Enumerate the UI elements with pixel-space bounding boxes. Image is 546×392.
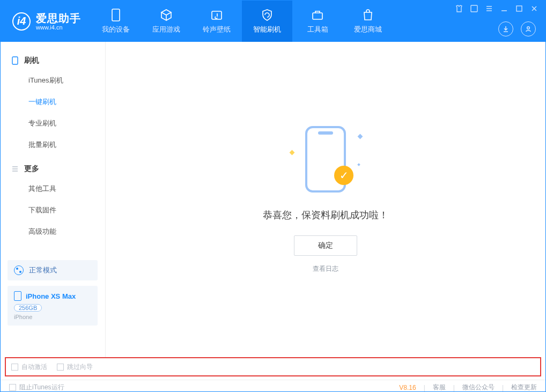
svg-point-5 <box>527 27 530 29</box>
tab-label: 应用游戏 <box>152 25 180 34</box>
sidebar-item-oneclick-flash[interactable]: 一键刷机 <box>1 91 105 113</box>
sidebar-item-other-tools[interactable]: 其他工具 <box>1 178 105 199</box>
shield-refresh-icon <box>261 9 274 21</box>
tab-label: 铃声壁纸 <box>203 25 231 34</box>
device-icon <box>109 9 122 21</box>
footer-link-support[interactable]: 客服 <box>433 383 446 392</box>
checkbox-label: 阻止iTunes运行 <box>19 383 64 392</box>
sidebar-section-flash: 刷机 <box>1 51 105 70</box>
svg-rect-6 <box>12 57 18 64</box>
tab-label: 爱思商城 <box>354 25 382 34</box>
checkbox-label: 跳过向导 <box>67 363 93 372</box>
tab-label: 工具箱 <box>307 25 328 34</box>
device-type: iPhone <box>14 314 91 320</box>
toolbox-icon <box>311 9 324 21</box>
minimize-icon[interactable] <box>499 4 509 13</box>
tab-apps-games[interactable]: 应用游戏 <box>141 1 191 42</box>
phone-icon <box>11 57 19 64</box>
options-highlight-box: 自动激活 跳过向导 <box>5 357 541 376</box>
user-icon[interactable] <box>521 21 536 36</box>
sidebar-item-pro-flash[interactable]: 专业刷机 <box>1 113 105 134</box>
tab-ringtones[interactable]: 铃声壁纸 <box>191 1 242 42</box>
svg-rect-2 <box>313 13 322 19</box>
section-title: 刷机 <box>24 56 39 65</box>
checkbox-icon <box>57 364 64 371</box>
close-icon[interactable] <box>529 4 539 13</box>
maximize-icon[interactable] <box>514 4 524 13</box>
logo-area: i4 爱思助手 www.i4.cn <box>1 12 91 31</box>
svg-rect-0 <box>112 9 120 21</box>
device-name: iPhone XS Max <box>26 292 76 300</box>
success-message: 恭喜您，保资料刷机成功啦！ <box>263 209 388 221</box>
sidebar-item-itunes-flash[interactable]: iTunes刷机 <box>1 70 105 91</box>
download-icon[interactable] <box>498 21 513 36</box>
block-itunes-checkbox[interactable]: 阻止iTunes运行 <box>9 383 64 392</box>
check-badge-icon: ✓ <box>334 166 353 185</box>
checkbox-label: 自动激活 <box>21 363 47 372</box>
menu-icon[interactable] <box>484 4 494 13</box>
nav-tabs: 我的设备 应用游戏 铃声壁纸 智能刷机 工具箱 爱思商城 <box>91 1 393 42</box>
bag-icon <box>361 9 374 21</box>
mode-icon <box>14 265 24 275</box>
settings-icon[interactable] <box>469 4 479 13</box>
footer-bar: 阻止iTunes运行 V8.16 | 客服 | 微信公众号 | 检查更新 <box>1 380 545 392</box>
view-log-link[interactable]: 查看日志 <box>313 264 338 273</box>
cube-icon <box>160 9 173 21</box>
device-mode-label: 正常模式 <box>29 265 57 275</box>
tab-smart-flash[interactable]: 智能刷机 <box>242 1 292 42</box>
sidebar: 刷机 iTunes刷机 一键刷机 专业刷机 批量刷机 更多 其他工具 下载固件 … <box>1 42 106 357</box>
tab-toolbox[interactable]: 工具箱 <box>292 1 343 42</box>
main-content: ✓ 恭喜您，保资料刷机成功啦！ 确定 查看日志 <box>106 42 545 357</box>
app-url: www.i4.cn <box>36 24 81 31</box>
device-mode-box[interactable]: 正常模式 <box>8 260 98 280</box>
skip-guide-checkbox[interactable]: 跳过向导 <box>57 363 93 372</box>
music-folder-icon <box>210 9 223 21</box>
header-right-actions <box>498 21 536 36</box>
sidebar-item-advanced[interactable]: 高级功能 <box>1 221 105 242</box>
tab-label: 我的设备 <box>102 25 130 34</box>
app-name: 爱思助手 <box>36 12 81 24</box>
section-title: 更多 <box>24 164 39 174</box>
tab-store[interactable]: 爱思商城 <box>343 1 393 42</box>
sidebar-item-batch-flash[interactable]: 批量刷机 <box>1 134 105 156</box>
svg-rect-3 <box>471 5 477 12</box>
app-logo-icon: i4 <box>12 12 31 31</box>
device-info-box[interactable]: iPhone XS Max 256GB iPhone <box>8 286 98 326</box>
svg-rect-4 <box>517 6 522 11</box>
version-label: V8.16 <box>399 384 416 391</box>
list-icon <box>11 165 19 173</box>
device-capacity: 256GB <box>14 304 42 312</box>
footer-link-update[interactable]: 检查更新 <box>511 383 537 392</box>
tshirt-icon[interactable] <box>454 4 464 13</box>
checkbox-icon <box>9 384 16 391</box>
tab-my-device[interactable]: 我的设备 <box>91 1 141 42</box>
auto-activate-checkbox[interactable]: 自动激活 <box>11 363 47 372</box>
checkbox-icon <box>11 364 18 371</box>
sidebar-item-download-fw[interactable]: 下载固件 <box>1 199 105 221</box>
device-phone-icon <box>14 291 21 301</box>
tab-label: 智能刷机 <box>253 25 281 34</box>
footer-link-wechat[interactable]: 微信公众号 <box>462 383 495 392</box>
header-bar: i4 爱思助手 www.i4.cn 我的设备 应用游戏 铃声壁纸 智能刷机 工具… <box>1 1 545 42</box>
sidebar-section-more: 更多 <box>1 160 105 178</box>
titlebar-controls <box>454 4 539 13</box>
ok-button[interactable]: 确定 <box>294 235 357 256</box>
success-illustration: ✓ <box>300 126 351 196</box>
